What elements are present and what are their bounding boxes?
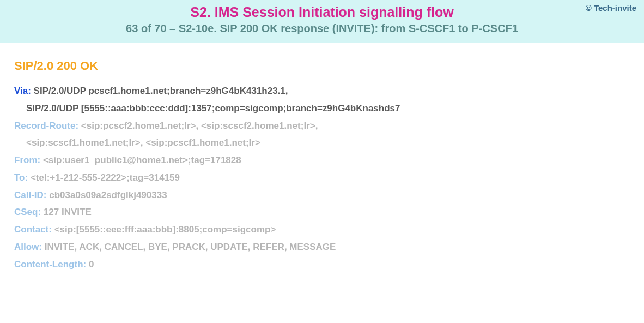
header-value-allow: INVITE, ACK, CANCEL, BYE, PRACK, UPDATE,… <box>45 242 336 252</box>
sip-message-content: SIP/2.0 200 OK Via: SIP/2.0/UDP pcscf1.h… <box>0 43 644 279</box>
header-value-call-id: cb03a0s09a2sdfglkj490333 <box>49 190 167 200</box>
sip-header-allow: Allow: INVITE, ACK, CANCEL, BYE, PRACK, … <box>14 239 630 255</box>
document-header: © Tech-invite S2. IMS Session Initiation… <box>0 0 644 43</box>
header-value-cseq: 127 INVITE <box>44 207 92 217</box>
page-title: S2. IMS Session Initiation signalling fl… <box>7 4 637 20</box>
page-subtitle: 63 of 70 – S2-10e. SIP 200 OK response (… <box>7 22 637 35</box>
header-value-rr-1: <sip:pcscf2.home1.net;lr>, <sip:scscf2.h… <box>81 121 318 131</box>
sip-header-call-id: Call-ID: cb03a0s09a2sdfglkj490333 <box>14 187 630 204</box>
header-name-to: To <box>14 172 25 183</box>
sip-header-record-route: Record-Route: <sip:pcscf2.home1.net;lr>,… <box>14 118 630 134</box>
header-value-to: <tel:+1-212-555-2222>;tag=314159 <box>31 172 180 183</box>
sip-header-record-route-cont: <sip:scscf1.home1.net;lr>, <sip:pcscf1.h… <box>14 135 630 151</box>
copyright-text: © Tech-invite <box>586 3 636 13</box>
header-value-contact: <sip:[5555::eee:fff:aaa:bbb]:8805;comp=s… <box>54 224 276 235</box>
sip-status-line: SIP/2.0 200 OK <box>14 59 630 73</box>
sip-header-via: Via: SIP/2.0/UDP pcscf1.home1.net;branch… <box>14 83 630 99</box>
header-name-via: Via <box>14 86 28 96</box>
header-value-rr-2: <sip:scscf1.home1.net;lr>, <sip:pcscf1.h… <box>14 135 260 151</box>
header-value-content-length: 0 <box>89 259 94 270</box>
sip-header-cseq: CSeq: 127 INVITE <box>14 204 630 220</box>
header-name-content-length: Content-Length <box>14 259 83 270</box>
sip-header-from: From: <sip:user1_public1@home1.net>;tag=… <box>14 152 630 169</box>
header-name-cseq: CSeq <box>14 207 38 217</box>
sip-header-contact: Contact: <sip:[5555::eee:fff:aaa:bbb]:88… <box>14 222 630 238</box>
header-value-via-2: SIP/2.0/UDP [5555::aaa:bbb:ccc:ddd]:1357… <box>14 100 400 117</box>
header-name-allow: Allow <box>14 242 39 252</box>
header-name-call-id: Call-ID <box>14 190 44 200</box>
header-value-from: <sip:user1_public1@home1.net>;tag=171828 <box>43 155 241 165</box>
header-name-record-route: Record-Route <box>14 121 75 131</box>
sip-header-via-cont: SIP/2.0/UDP [5555::aaa:bbb:ccc:ddd]:1357… <box>14 100 630 117</box>
header-name-from: From <box>14 155 38 165</box>
sip-header-to: To: <tel:+1-212-555-2222>;tag=314159 <box>14 170 630 186</box>
sip-header-content-length: Content-Length: 0 <box>14 256 630 273</box>
header-name-contact: Contact <box>14 224 48 235</box>
header-value-via-1: SIP/2.0/UDP pcscf1.home1.net;branch=z9hG… <box>34 86 288 96</box>
